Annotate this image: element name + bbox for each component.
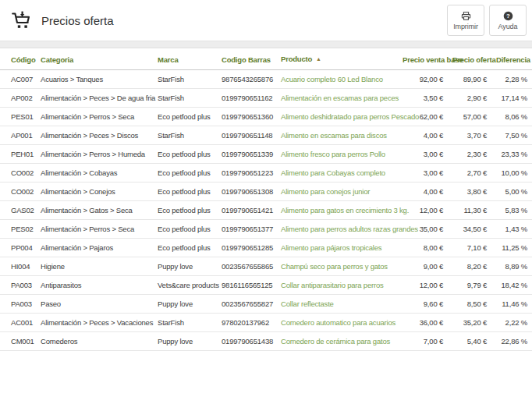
cell-producto[interactable]: Acuario completo 60 Led Blanco [276, 70, 398, 89]
table-row: PA003PaseoPuppy love0023567655827Collar … [0, 295, 532, 314]
table-row: PES02Alimentación > Perros > SecaEco pet… [0, 220, 532, 239]
table-row: AP002Alimentación > Peces > De agua fria… [0, 89, 532, 108]
cell-categoria: Alimentación > Gatos > Seca [36, 201, 153, 220]
cell-codigo-barras: 978020137962 [217, 314, 276, 332]
help-icon: ? [502, 10, 514, 22]
column-header-diferencia[interactable]: Diferencia [491, 48, 532, 70]
cell-precio-venta-base: 3,00 € [398, 164, 448, 183]
cell-precio-oferta: 2,30 € [448, 145, 491, 164]
cell-precio-venta-base: 92,00 € [398, 70, 448, 89]
help-button-label: Ayuda [498, 23, 518, 30]
cell-marca: Eco petfood plus [153, 145, 217, 164]
column-header-codigo-barras[interactable]: Codigo Barras [217, 48, 276, 70]
cell-marca: Vets&care products [153, 276, 217, 295]
cell-precio-oferta: 11,30 € [448, 201, 491, 220]
cell-categoria: Acuarios > Tanques [36, 70, 153, 89]
table-body: AC007Acuarios > TanquesStarFish987654326… [0, 70, 532, 351]
cell-categoria: Alimentación > Perros > Seca [36, 220, 153, 239]
table-row: PA003AntiparasitosVets&care products9816… [0, 276, 532, 295]
cell-precio-oferta: 2,70 € [448, 164, 491, 183]
cell-marca: Eco petfood plus [153, 239, 217, 257]
cell-categoria: Comederos [36, 332, 153, 351]
cell-producto[interactable]: Alimento para Cobayas completo [276, 164, 398, 183]
cell-diferencia: 10,00 % [491, 164, 532, 183]
cell-categoria: Alimentación > Peces > Vacaciones [36, 314, 153, 332]
cell-precio-venta-base: 4,00 € [398, 183, 448, 201]
table-row: AC007Acuarios > TanquesStarFish987654326… [0, 70, 532, 89]
cell-precio-venta-base: 3,00 € [398, 145, 448, 164]
cell-producto[interactable]: Alimento en escamas para discos [276, 126, 398, 145]
cell-marca: StarFish [153, 126, 217, 145]
cell-precio-oferta: 5,40 € [448, 332, 491, 351]
cell-diferencia: 1,43 % [491, 220, 532, 239]
cell-producto[interactable]: Champú seco para perros y gatos [276, 257, 398, 276]
cell-marca: Eco petfood plus [153, 108, 217, 126]
cart-download-icon [11, 10, 32, 31]
cell-precio-venta-base: 8,00 € [398, 239, 448, 257]
separator-band [0, 41, 532, 48]
column-header-categoria[interactable]: Categoria [36, 48, 153, 70]
cell-precio-oferta: 2,90 € [448, 89, 491, 108]
cell-precio-venta-base: 4,00 € [398, 126, 448, 145]
cell-precio-venta-base: 36,00 € [398, 314, 448, 332]
cell-marca: StarFish [153, 70, 217, 89]
help-button[interactable]: ? Ayuda [489, 5, 527, 36]
cell-producto[interactable]: Alimento para gatos en crecimiento 3 kg. [276, 201, 398, 220]
cell-marca: Eco petfood plus [153, 183, 217, 201]
print-button-label: Imprimir [453, 23, 478, 30]
cell-precio-venta-base: 3,50 € [398, 89, 448, 108]
table-row: CO002Alimentación > ConejosEco petfood p… [0, 183, 532, 201]
cell-producto[interactable]: Alimento para conejos junior [276, 183, 398, 201]
cell-categoria: Alimentación > Perros > Seca [36, 108, 153, 126]
cell-marca: Puppy love [153, 295, 217, 314]
cell-diferencia: 22,86 % [491, 332, 532, 351]
cell-producto[interactable]: Collar antiparasitario para perros [276, 276, 398, 295]
column-header-precio-venta-base[interactable]: Precio venta base [398, 48, 448, 70]
sort-asc-icon: ▲ [316, 56, 321, 62]
cell-diferencia: 17,14 % [491, 89, 532, 108]
cell-precio-venta-base: 9,00 € [398, 257, 448, 276]
cell-producto[interactable]: Comedero de cerámica para gatos [276, 332, 398, 351]
print-button[interactable]: Imprimir [447, 5, 484, 36]
offers-table: CódigoCategoriaMarcaCodigo BarrasProduct… [0, 48, 532, 351]
cell-codigo-barras: 0199790651223 [217, 164, 276, 183]
cell-diferencia: 18,42 % [491, 276, 532, 295]
cell-marca: Eco petfood plus [153, 220, 217, 239]
cell-producto[interactable]: Alimento fresco para perros Pollo [276, 145, 398, 164]
cell-producto[interactable]: Alimento para perros adultos razas grand… [276, 220, 398, 239]
cell-codigo-barras: 0199790651421 [217, 201, 276, 220]
cell-producto[interactable]: Alimentación en escamas para peces [276, 89, 398, 108]
table-row: GAS02Alimentación > Gatos > SecaEco petf… [0, 201, 532, 220]
cell-producto[interactable]: Collar reflectaste [276, 295, 398, 314]
cell-diferencia: 8,06 % [491, 108, 532, 126]
cell-diferencia: 5,00 % [491, 183, 532, 201]
cell-categoria: Alimentación > Peces > Discos [36, 126, 153, 145]
table-row: HI004HigienePuppy love0023567655865Champ… [0, 257, 532, 276]
cell-categoria: Higiene [36, 257, 153, 276]
cell-producto[interactable]: Alimento deshidratado para perros Pescad… [276, 108, 398, 126]
cell-diferencia: 11,25 % [491, 239, 532, 257]
cell-codigo-barras: 0199790651162 [217, 89, 276, 108]
help-glyph: ? [506, 12, 510, 19]
cell-categoria: Alimentación > Conejos [36, 183, 153, 201]
page-title: Precios oferta [41, 14, 114, 27]
table-row: AP001Alimentación > Peces > DiscosStarFi… [0, 126, 532, 145]
column-header-codigo[interactable]: Código [0, 48, 36, 70]
cell-codigo: PP004 [0, 239, 36, 257]
column-header-producto[interactable]: Producto▲ [276, 48, 398, 70]
cell-precio-oferta: 7,10 € [448, 239, 491, 257]
table-row: PEH01Alimentación > Perros > HumedaEco p… [0, 145, 532, 164]
column-header-marca[interactable]: Marca [153, 48, 217, 70]
cell-producto[interactable]: Alimento para pájaros tropicales [276, 239, 398, 257]
cell-categoria: Alimentación > Perros > Humeda [36, 145, 153, 164]
cell-codigo-barras: 0023567655865 [217, 257, 276, 276]
cell-precio-oferta: 8,20 € [448, 257, 491, 276]
cell-producto[interactable]: Comedero automatico para acuarios [276, 314, 398, 332]
table-section: CódigoCategoriaMarcaCodigo BarrasProduct… [0, 48, 532, 351]
cell-precio-oferta: 34,50 € [448, 220, 491, 239]
cell-codigo: GAS02 [0, 201, 36, 220]
cell-precio-oferta: 9,79 € [448, 276, 491, 295]
column-header-precio-oferta[interactable]: Precio oferta [448, 48, 491, 70]
cell-categoria: Alimentación > Peces > De agua fria [36, 89, 153, 108]
cell-marca: Eco petfood plus [153, 164, 217, 183]
